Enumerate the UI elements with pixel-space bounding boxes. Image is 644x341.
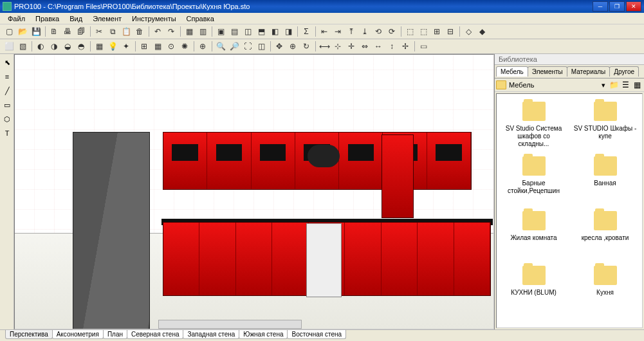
view-tab[interactable]: Южная стена [239,330,288,339]
rotate-icon[interactable]: ⟲ [372,25,385,38]
render-icon[interactable]: ▧ [16,40,29,53]
view-icon[interactable]: ◧ [268,25,281,38]
zoom-icon[interactable]: ⊕ [196,40,209,53]
delete-icon[interactable]: 🗑 [133,25,146,38]
target-icon[interactable]: ✺ [178,40,191,53]
export-icon[interactable]: 🗐 [75,25,87,38]
tool-icon[interactable]: ◇ [462,25,475,38]
menu-item[interactable]: Правка [30,14,64,24]
ungroup-icon[interactable]: ⬚ [417,25,430,38]
minimize-button[interactable]: ─ [593,1,608,12]
cut-icon[interactable]: ✂ [93,25,106,38]
view-icon[interactable]: ⬒ [255,25,268,38]
up-folder-icon[interactable]: 📁 [609,80,619,90]
print-preview-icon[interactable]: 🗎 [48,25,60,38]
view-tab[interactable]: Аксонометрия [52,330,104,339]
zoom-out-icon[interactable]: 🔎 [228,40,241,53]
rect-icon[interactable]: ▭ [1,98,14,111]
library-folder-item[interactable]: кресла ,кровати [569,208,641,263]
menu-item[interactable]: Элемент [87,14,127,24]
measure-icon[interactable]: ≡ [1,70,14,83]
light-icon[interactable]: 💡 [106,40,119,53]
shade-icon[interactable]: ◐ [34,40,47,53]
rotate-icon[interactable]: ⟳ [385,25,398,38]
scene-wall-panel[interactable] [382,134,414,218]
shade-icon[interactable]: ◒ [61,40,74,53]
align-icon[interactable]: ⇤ [318,25,331,38]
orbit-icon[interactable]: ↻ [300,40,313,53]
copy-icon[interactable]: ⧉ [106,25,119,38]
center-icon[interactable]: ⊕ [286,40,299,53]
library-tab[interactable]: Элементы [528,66,567,77]
menu-item[interactable]: Справка [181,14,219,24]
tool-icon[interactable]: ▦ [183,25,196,38]
horizontal-scrollbar[interactable] [158,320,302,329]
shade-icon[interactable]: ◓ [75,40,87,53]
select-icon[interactable]: ⬉ [1,56,14,69]
view-grid-icon[interactable]: ▦ [632,80,642,90]
dim-icon[interactable]: ↕ [385,40,398,53]
scene-fridge[interactable] [73,132,150,329]
dim-icon[interactable]: ✢ [399,40,412,53]
view-tab[interactable]: Восточная стена [287,330,346,339]
line-icon[interactable]: ╱ [1,84,14,97]
undo-icon[interactable]: ↶ [151,25,164,38]
render-icon[interactable]: ⬜ [3,40,15,53]
scene-hood[interactable] [308,145,340,167]
library-folder-item[interactable]: SV Studio Система шкафов со складны... [498,99,569,154]
bulb-icon[interactable]: ✦ [120,40,133,53]
library-folder-item[interactable]: КУХНИ (BLUM) [498,263,569,318]
tool-icon[interactable]: ◆ [475,25,488,38]
library-tab[interactable]: Мебель [496,66,528,77]
view-icon[interactable]: ▣ [214,25,227,38]
text-icon[interactable]: T [1,127,14,140]
tool-icon[interactable]: ▥ [196,25,209,38]
dim-icon[interactable]: ⟷ [318,40,331,53]
library-folder-item[interactable]: Кухня [569,263,641,318]
align-icon[interactable]: ⤓ [358,25,371,38]
open-icon[interactable]: 📂 [16,25,29,38]
library-folder-item[interactable]: Ванная [569,154,641,208]
library-folder-item[interactable]: Барные стойки,Рецепшин [498,154,569,208]
zoom-in-icon[interactable]: 🔍 [214,40,227,53]
save-icon[interactable]: 💾 [30,25,42,38]
menu-item[interactable]: Файл [3,14,30,24]
new-icon[interactable]: ▢ [3,25,15,38]
dim-icon[interactable]: ✛ [345,40,358,53]
grid-icon[interactable]: ▦ [151,40,164,53]
tool-icon[interactable]: ⊞ [430,25,443,38]
library-tab[interactable]: Другое [609,66,639,77]
tool-icon[interactable]: ⊟ [444,25,457,38]
shade-icon[interactable]: ◑ [48,40,60,53]
view-tab[interactable]: Северная стена [127,330,184,339]
zoom-fit-icon[interactable]: ⛶ [241,40,254,53]
maximize-button[interactable]: ❐ [609,1,625,12]
tool-icon[interactable]: ▭ [417,40,430,53]
grid-icon[interactable]: ⊞ [138,40,151,53]
library-tab[interactable]: Материалы [567,66,611,77]
view-icon[interactable]: ◨ [282,25,295,38]
view-tab[interactable]: Западная стена [183,330,239,339]
move-icon[interactable]: ✥ [273,40,286,53]
align-icon[interactable]: ⇥ [331,25,344,38]
library-folder-item[interactable]: SV STUDIO Шкафы - купе [569,99,641,154]
scene-stove[interactable] [306,223,342,297]
dim-icon[interactable]: ⇔ [358,40,371,53]
menu-item[interactable]: Вид [64,14,87,24]
path-dropdown-icon[interactable]: ▾ [599,81,608,89]
dim-icon[interactable]: ⊹ [331,40,344,53]
view-list-icon[interactable]: ☰ [620,80,630,90]
group-icon[interactable]: ⬚ [403,25,416,38]
close-button[interactable]: ✕ [626,1,641,12]
view-tab[interactable]: Перспектива [5,330,53,339]
shape-icon[interactable]: ⬡ [1,113,14,125]
zoom-sel-icon[interactable]: ◫ [255,40,268,53]
menu-item[interactable]: Инструменты [127,14,181,24]
redo-icon[interactable]: ↷ [165,25,178,38]
view-icon[interactable]: ▤ [228,25,241,38]
print-icon[interactable]: 🖶 [61,25,74,38]
snap-icon[interactable]: ⊙ [165,40,178,53]
view-tab[interactable]: План [103,330,127,339]
dim-icon[interactable]: ↔ [372,40,385,53]
library-folder-item[interactable]: Жилая комната [498,208,569,263]
